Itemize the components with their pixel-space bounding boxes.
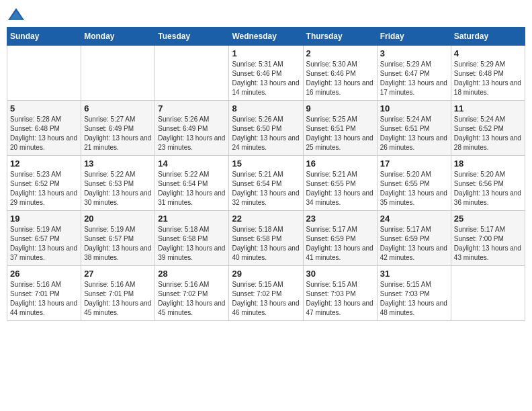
day-info: Sunrise: 5:17 AM Sunset: 7:00 PM Dayligh… bbox=[454, 225, 522, 263]
day-info: Sunrise: 5:25 AM Sunset: 6:51 PM Dayligh… bbox=[306, 115, 374, 152]
day-of-week-header: Tuesday bbox=[155, 28, 229, 46]
day-of-week-header: Wednesday bbox=[229, 28, 303, 46]
calendar-week-row: 19Sunrise: 5:19 AM Sunset: 6:57 PM Dayli… bbox=[7, 211, 525, 266]
day-info: Sunrise: 5:17 AM Sunset: 6:59 PM Dayligh… bbox=[380, 225, 448, 263]
calendar-cell: 18Sunrise: 5:20 AM Sunset: 6:56 PM Dayli… bbox=[451, 156, 525, 211]
calendar-cell: 3Sunrise: 5:29 AM Sunset: 6:47 PM Daylig… bbox=[377, 46, 451, 101]
calendar-cell: 11Sunrise: 5:24 AM Sunset: 6:52 PM Dayli… bbox=[451, 101, 525, 156]
calendar-cell: 10Sunrise: 5:24 AM Sunset: 6:51 PM Dayli… bbox=[377, 101, 451, 156]
calendar-cell bbox=[155, 46, 229, 101]
calendar-cell: 26Sunrise: 5:16 AM Sunset: 7:01 PM Dayli… bbox=[7, 266, 81, 321]
calendar: SundayMondayTuesdayWednesdayThursdayFrid… bbox=[7, 27, 525, 321]
day-info: Sunrise: 5:18 AM Sunset: 6:58 PM Dayligh… bbox=[232, 225, 300, 263]
calendar-cell: 16Sunrise: 5:21 AM Sunset: 6:55 PM Dayli… bbox=[303, 156, 377, 211]
day-info: Sunrise: 5:15 AM Sunset: 7:03 PM Dayligh… bbox=[380, 280, 448, 318]
day-info: Sunrise: 5:24 AM Sunset: 6:51 PM Dayligh… bbox=[380, 115, 448, 152]
calendar-cell: 24Sunrise: 5:17 AM Sunset: 6:59 PM Dayli… bbox=[377, 211, 451, 266]
day-number: 17 bbox=[380, 158, 448, 169]
calendar-cell: 1Sunrise: 5:31 AM Sunset: 6:46 PM Daylig… bbox=[229, 46, 303, 101]
day-number: 11 bbox=[454, 103, 522, 113]
calendar-cell: 8Sunrise: 5:26 AM Sunset: 6:50 PM Daylig… bbox=[229, 101, 303, 156]
calendar-cell: 30Sunrise: 5:15 AM Sunset: 7:03 PM Dayli… bbox=[303, 266, 377, 321]
day-number: 6 bbox=[84, 103, 152, 113]
calendar-cell: 15Sunrise: 5:21 AM Sunset: 6:54 PM Dayli… bbox=[229, 156, 303, 211]
calendar-cell: 14Sunrise: 5:22 AM Sunset: 6:54 PM Dayli… bbox=[155, 156, 229, 211]
day-number: 14 bbox=[158, 158, 226, 169]
calendar-cell: 23Sunrise: 5:17 AM Sunset: 6:59 PM Dayli… bbox=[303, 211, 377, 266]
day-info: Sunrise: 5:24 AM Sunset: 6:52 PM Dayligh… bbox=[454, 115, 522, 152]
day-number: 16 bbox=[306, 158, 374, 169]
day-info: Sunrise: 5:16 AM Sunset: 7:02 PM Dayligh… bbox=[158, 280, 226, 318]
calendar-cell: 4Sunrise: 5:29 AM Sunset: 6:48 PM Daylig… bbox=[451, 46, 525, 101]
day-info: Sunrise: 5:20 AM Sunset: 6:56 PM Dayligh… bbox=[454, 170, 522, 208]
day-number: 8 bbox=[232, 103, 300, 113]
calendar-cell: 2Sunrise: 5:30 AM Sunset: 6:46 PM Daylig… bbox=[303, 46, 377, 101]
day-number: 3 bbox=[380, 48, 448, 58]
day-number: 25 bbox=[454, 214, 522, 224]
day-of-week-header: Thursday bbox=[303, 28, 377, 46]
day-info: Sunrise: 5:26 AM Sunset: 6:49 PM Dayligh… bbox=[158, 115, 226, 152]
day-number: 30 bbox=[306, 269, 374, 279]
day-of-week-header: Saturday bbox=[451, 28, 525, 46]
day-number: 22 bbox=[232, 214, 300, 224]
day-number: 31 bbox=[380, 269, 448, 279]
day-info: Sunrise: 5:22 AM Sunset: 6:54 PM Dayligh… bbox=[158, 170, 226, 208]
day-number: 7 bbox=[158, 103, 226, 113]
day-number: 4 bbox=[454, 48, 522, 58]
day-number: 28 bbox=[158, 269, 226, 279]
calendar-cell: 19Sunrise: 5:19 AM Sunset: 6:57 PM Dayli… bbox=[7, 211, 81, 266]
day-number: 5 bbox=[10, 103, 78, 113]
day-info: Sunrise: 5:15 AM Sunset: 7:02 PM Dayligh… bbox=[232, 280, 300, 318]
day-number: 24 bbox=[380, 214, 448, 224]
day-number: 21 bbox=[158, 214, 226, 224]
day-info: Sunrise: 5:19 AM Sunset: 6:57 PM Dayligh… bbox=[10, 225, 78, 263]
day-info: Sunrise: 5:29 AM Sunset: 6:48 PM Dayligh… bbox=[454, 60, 522, 97]
day-number: 13 bbox=[84, 158, 152, 169]
day-number: 29 bbox=[232, 269, 300, 279]
day-info: Sunrise: 5:22 AM Sunset: 6:53 PM Dayligh… bbox=[84, 170, 152, 208]
calendar-cell: 22Sunrise: 5:18 AM Sunset: 6:58 PM Dayli… bbox=[229, 211, 303, 266]
day-number: 27 bbox=[84, 269, 152, 279]
day-number: 26 bbox=[10, 269, 78, 279]
day-of-week-header: Sunday bbox=[7, 28, 81, 46]
calendar-cell: 29Sunrise: 5:15 AM Sunset: 7:02 PM Dayli… bbox=[229, 266, 303, 321]
calendar-cell: 27Sunrise: 5:16 AM Sunset: 7:01 PM Dayli… bbox=[81, 266, 155, 321]
calendar-week-row: 12Sunrise: 5:23 AM Sunset: 6:52 PM Dayli… bbox=[7, 156, 525, 211]
day-info: Sunrise: 5:16 AM Sunset: 7:01 PM Dayligh… bbox=[10, 280, 78, 318]
calendar-cell: 17Sunrise: 5:20 AM Sunset: 6:55 PM Dayli… bbox=[377, 156, 451, 211]
header bbox=[7, 7, 525, 21]
day-number: 2 bbox=[306, 48, 374, 58]
logo-icon bbox=[7, 7, 26, 21]
day-of-week-header: Friday bbox=[377, 28, 451, 46]
day-info: Sunrise: 5:23 AM Sunset: 6:52 PM Dayligh… bbox=[10, 170, 78, 208]
calendar-week-row: 5Sunrise: 5:28 AM Sunset: 6:48 PM Daylig… bbox=[7, 101, 525, 156]
calendar-cell: 31Sunrise: 5:15 AM Sunset: 7:03 PM Dayli… bbox=[377, 266, 451, 321]
calendar-cell: 21Sunrise: 5:18 AM Sunset: 6:58 PM Dayli… bbox=[155, 211, 229, 266]
day-number: 10 bbox=[380, 103, 448, 113]
logo bbox=[7, 7, 28, 21]
calendar-week-row: 26Sunrise: 5:16 AM Sunset: 7:01 PM Dayli… bbox=[7, 266, 525, 321]
calendar-cell bbox=[451, 266, 525, 321]
calendar-cell bbox=[7, 46, 81, 101]
day-number: 20 bbox=[84, 214, 152, 224]
day-info: Sunrise: 5:30 AM Sunset: 6:46 PM Dayligh… bbox=[306, 60, 374, 97]
day-info: Sunrise: 5:28 AM Sunset: 6:48 PM Dayligh… bbox=[10, 115, 78, 152]
calendar-cell: 12Sunrise: 5:23 AM Sunset: 6:52 PM Dayli… bbox=[7, 156, 81, 211]
day-info: Sunrise: 5:16 AM Sunset: 7:01 PM Dayligh… bbox=[84, 280, 152, 318]
day-info: Sunrise: 5:15 AM Sunset: 7:03 PM Dayligh… bbox=[306, 280, 374, 318]
day-number: 23 bbox=[306, 214, 374, 224]
calendar-cell: 7Sunrise: 5:26 AM Sunset: 6:49 PM Daylig… bbox=[155, 101, 229, 156]
day-info: Sunrise: 5:29 AM Sunset: 6:47 PM Dayligh… bbox=[380, 60, 448, 97]
day-info: Sunrise: 5:18 AM Sunset: 6:58 PM Dayligh… bbox=[158, 225, 226, 263]
day-number: 12 bbox=[10, 158, 78, 169]
day-number: 15 bbox=[232, 158, 300, 169]
calendar-cell bbox=[81, 46, 155, 101]
day-number: 9 bbox=[306, 103, 374, 113]
day-of-week-header: Monday bbox=[81, 28, 155, 46]
calendar-header-row: SundayMondayTuesdayWednesdayThursdayFrid… bbox=[7, 28, 525, 46]
day-info: Sunrise: 5:19 AM Sunset: 6:57 PM Dayligh… bbox=[84, 225, 152, 263]
calendar-cell: 5Sunrise: 5:28 AM Sunset: 6:48 PM Daylig… bbox=[7, 101, 81, 156]
calendar-cell: 9Sunrise: 5:25 AM Sunset: 6:51 PM Daylig… bbox=[303, 101, 377, 156]
calendar-week-row: 1Sunrise: 5:31 AM Sunset: 6:46 PM Daylig… bbox=[7, 46, 525, 101]
calendar-cell: 25Sunrise: 5:17 AM Sunset: 7:00 PM Dayli… bbox=[451, 211, 525, 266]
